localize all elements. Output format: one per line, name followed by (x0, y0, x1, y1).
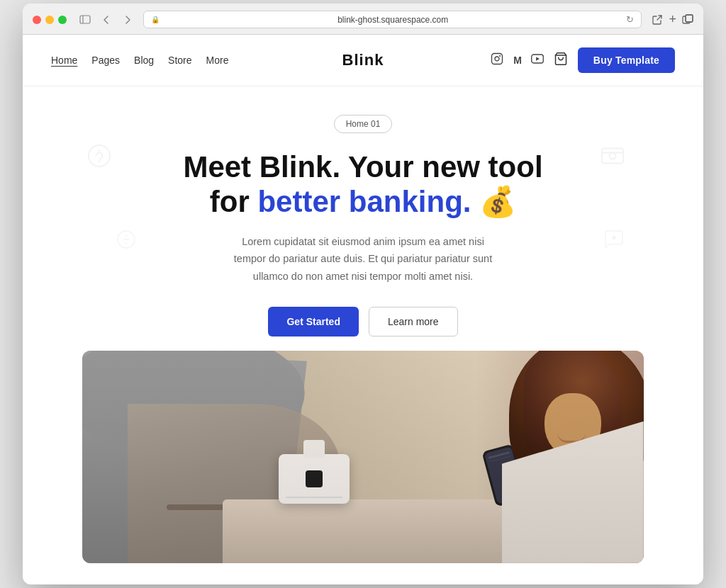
nav-link-more[interactable]: More (206, 55, 229, 66)
reload-icon[interactable]: ↻ (626, 14, 634, 25)
learn-more-button[interactable]: Learn more (369, 307, 458, 337)
nav-link-blog[interactable]: Blog (134, 55, 154, 66)
browser-controls (77, 13, 136, 27)
deco-icon-top-left (86, 143, 112, 174)
instagram-icon[interactable] (491, 52, 503, 68)
share-button[interactable] (652, 14, 663, 26)
svg-rect-0 (80, 16, 90, 23)
svg-rect-3 (686, 15, 693, 22)
browser-window: 🔒 blink-ghost.squarespace.com ↻ + (23, 4, 703, 584)
svg-marker-9 (536, 57, 540, 61)
scene-overlay (82, 351, 643, 563)
hero-title-emoji: 💰 (479, 185, 516, 218)
minimize-button[interactable] (45, 16, 54, 24)
back-button[interactable] (98, 13, 115, 27)
brand-logo[interactable]: Blink (342, 51, 384, 69)
hero-image (82, 351, 643, 563)
navigation: Home Pages Blog Store More Blink M (23, 35, 703, 86)
get-started-button[interactable]: Get Started (268, 307, 358, 337)
svg-point-16 (613, 237, 615, 239)
maximize-button[interactable] (58, 16, 67, 24)
svg-point-7 (500, 56, 501, 57)
nav-link-pages[interactable]: Pages (91, 55, 120, 66)
new-window-button[interactable] (682, 14, 693, 26)
new-tab-button[interactable]: + (669, 12, 676, 27)
hero-title-line2: for better banking. 💰 (210, 185, 516, 218)
buy-template-button[interactable]: Buy Template (578, 47, 675, 73)
svg-rect-5 (492, 54, 503, 64)
hero-buttons: Get Started Learn more (37, 307, 689, 337)
lock-icon: 🔒 (151, 16, 160, 23)
svg-point-11 (89, 145, 110, 166)
address-bar[interactable]: 🔒 blink-ghost.squarespace.com ↻ (143, 11, 642, 28)
browser-chrome: 🔒 blink-ghost.squarespace.com ↻ + (23, 4, 703, 35)
traffic-lights (33, 16, 67, 24)
hero-section: Home 01 Meet Blink. Your new tool for be… (23, 86, 703, 584)
hero-subtitle: Lorem cupidatat sit eiusmod anim ipsum e… (228, 233, 498, 285)
cart-icon[interactable] (554, 52, 568, 69)
hero-badge: Home 01 (334, 115, 393, 133)
svg-point-6 (495, 57, 499, 61)
forward-button[interactable] (119, 13, 136, 27)
deco-icon-mid-left (115, 228, 138, 256)
close-button[interactable] (33, 16, 41, 24)
banking-scene (82, 351, 643, 563)
nav-link-home[interactable]: Home (51, 55, 77, 66)
youtube-icon[interactable] (531, 54, 544, 67)
svg-rect-13 (602, 149, 623, 164)
svg-point-14 (610, 153, 616, 159)
sidebar-toggle-button[interactable] (77, 13, 94, 27)
nav-links: Home Pages Blog Store More (51, 55, 228, 66)
nav-link-store[interactable]: Store (168, 55, 191, 66)
hero-title-highlight: better banking. (257, 185, 471, 218)
hero-title: Meet Blink. Your new tool for better ban… (164, 150, 562, 219)
deco-icon-mid-right (603, 228, 625, 256)
url-text: blink-ghost.squarespace.com (164, 15, 622, 25)
site-content: Home Pages Blog Store More Blink M (23, 35, 703, 584)
nav-right-actions: M Buy Template (491, 47, 675, 73)
hero-title-line1: Meet Blink. Your new tool (183, 150, 542, 183)
browser-actions: + (652, 12, 693, 27)
deco-icon-top-right (600, 143, 625, 174)
medium-icon[interactable]: M (513, 55, 521, 66)
